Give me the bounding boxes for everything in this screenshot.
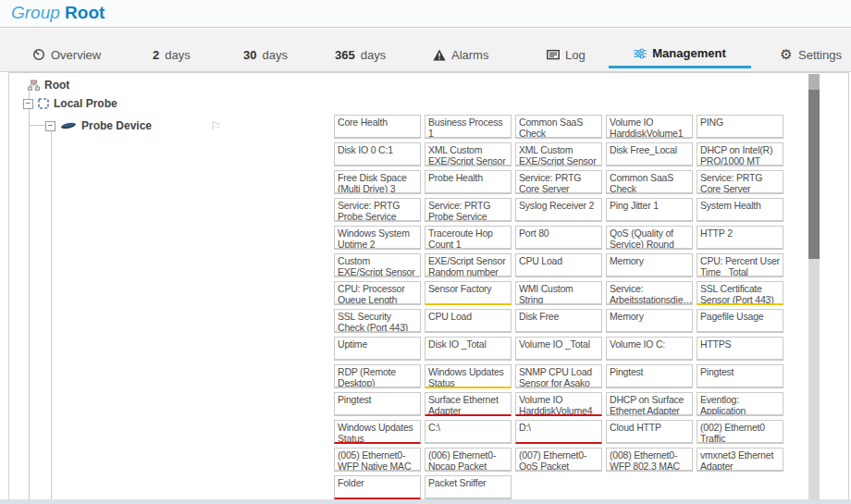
sensor-tile[interactable]: Disk IO 0 C:1 <box>334 142 421 166</box>
sensor-tile[interactable]: D:\ <box>515 420 602 444</box>
tab-label: Alarms <box>451 48 488 62</box>
sensor-tile[interactable]: Volume IO HarddiskVolume4 <box>515 392 602 416</box>
sensor-tile[interactable]: Ping Jitter 1 <box>606 198 693 222</box>
sensor-tile[interactable]: Core Health <box>334 115 421 139</box>
sensor-tile[interactable]: CPU: Percent User Time _Total <box>697 253 783 277</box>
sensor-tile[interactable]: Disk IO _Total <box>425 337 512 361</box>
sensor-tile[interactable]: Pingtest <box>606 364 693 388</box>
sensor-tile[interactable]: Uptime <box>334 337 421 361</box>
sensor-tile[interactable]: HTTPS <box>697 337 783 361</box>
sensor-tile[interactable]: CPU Load <box>425 309 512 333</box>
sensor-tile[interactable]: SSL Certificate Sensor (Port 443) <box>697 281 783 305</box>
sensor-tile[interactable]: DHCP on Intel(R) PRO/1000 MT <box>697 142 783 166</box>
sensor-tile[interactable]: Free Disk Space (Multi Drive) 3 <box>334 170 421 194</box>
sensor-tile[interactable]: SSL Security Check (Port 443) <box>334 309 421 333</box>
sensor-tile[interactable]: Common SaaS Check <box>515 115 602 139</box>
sensor-tile[interactable]: XML Custom EXE/Script Sensor <box>425 142 512 166</box>
sensor-tile[interactable]: Service: PRTG Probe Service <box>425 198 512 222</box>
tab-alarms[interactable]: Alarms <box>433 41 488 68</box>
tab-365-days[interactable]: 365days <box>335 41 386 68</box>
group-icon <box>28 80 40 92</box>
sensor-tile[interactable]: (002) Ethernet0 Traffic <box>697 420 783 444</box>
sensor-tile[interactable]: WMI Custom String <box>515 281 602 305</box>
sensor-tile[interactable]: Volume IO _Total <box>515 337 602 361</box>
tree-item-local-probe[interactable]: − Local Probe <box>23 96 117 111</box>
tab-label: Settings <box>798 48 842 62</box>
sensor-tile[interactable]: vmxnet3 Ethernet Adapter <box>697 448 783 472</box>
sensor-tile[interactable]: (006) Ethernet0-Npcap Packet <box>425 448 512 472</box>
sensor-tile[interactable]: PING <box>697 115 783 139</box>
scrollbar-thumb[interactable] <box>808 90 820 259</box>
sensor-tile[interactable]: System Health <box>697 198 783 222</box>
sensor-tile[interactable]: HTTP 2 <box>697 226 783 250</box>
sensor-tile[interactable]: Business Process 1 <box>425 115 512 139</box>
sensor-tile[interactable]: Folder <box>334 475 421 499</box>
tab-label: Management <box>652 46 725 60</box>
tree-label-local-probe[interactable]: Local Probe <box>54 97 117 110</box>
tree-item-root[interactable]: Root <box>28 78 69 92</box>
sensor-tile[interactable]: Disk Free_Local <box>606 142 693 166</box>
sensor-tile[interactable]: RDP (Remote Desktop) <box>334 364 421 388</box>
tree-item-probe-device[interactable]: − Probe Device ⚐ <box>45 118 221 133</box>
sensor-tile[interactable]: Windows Updates Status <box>425 364 512 388</box>
sensor-tile[interactable]: Service: PRTG Probe Service <box>334 198 421 222</box>
vertical-scrollbar[interactable] <box>808 74 820 502</box>
sensor-tile[interactable]: Packet Sniffer <box>425 475 512 499</box>
sensor-tile[interactable]: Cloud HTTP <box>606 420 693 444</box>
sensor-tile[interactable]: SNMP CPU Load Sensor for Asako <box>515 364 602 388</box>
sensor-tile[interactable]: CPU Load <box>515 253 602 277</box>
sensor-tile[interactable]: Custom EXE/Script Sensor 1 <box>334 253 421 277</box>
collapse-toggle-icon[interactable]: − <box>45 121 56 131</box>
sensor-tile[interactable]: Pingtest <box>697 364 783 388</box>
breadcrumb-object-name: Root <box>65 3 105 22</box>
tab-number: 365 <box>335 48 355 62</box>
sensor-tile[interactable]: XML Custom EXE/Script Sensor <box>515 142 602 166</box>
sensor-tile[interactable]: (008) Ethernet0-WFP 802.3 MAC <box>606 448 693 472</box>
tree-connector-line <box>29 125 45 126</box>
sensor-tile[interactable]: Windows System Uptime 2 <box>334 226 421 250</box>
scrollbar-track-top[interactable] <box>808 74 820 90</box>
flag-icon: ⚐ <box>210 119 221 133</box>
sensor-tile[interactable]: Surface Ethernet Adapter <box>425 392 512 416</box>
sensor-tile[interactable]: Volume IO HarddiskVolume1 <box>606 115 693 139</box>
tab-label: days <box>262 48 287 62</box>
sensor-tile[interactable]: Service: PRTG Core Server Service <box>515 170 602 194</box>
tab-30-days[interactable]: 30days <box>243 41 288 68</box>
sensor-tile[interactable]: C:\ <box>425 420 512 444</box>
tab-overview[interactable]: Overview <box>32 41 101 68</box>
sensor-tile[interactable]: Disk Free <box>515 309 602 333</box>
sensor-tile[interactable]: QoS (Quality of Service) Round Trip <box>606 226 693 250</box>
sensor-tile[interactable]: Volume IO C: <box>606 337 693 361</box>
tree-label-root[interactable]: Root <box>44 79 69 92</box>
sensor-tile[interactable]: Port 80 <box>515 226 602 250</box>
sensor-tile[interactable]: Traceroute Hop Count 1 <box>425 226 512 250</box>
sensor-tile[interactable]: Eventlog: Application <box>697 392 783 416</box>
sensor-tile[interactable]: Pingtest <box>334 392 421 416</box>
tab-settings[interactable]: ⚙Settings <box>780 41 842 68</box>
sensor-tile[interactable]: Service: Arbeitsstationsdie… <box>606 281 693 305</box>
sensor-tile[interactable]: EXE/Script Sensor Random number <box>425 253 512 277</box>
sensor-tile[interactable]: Service: PRTG Core Server Service <box>697 170 783 194</box>
tab-label: Log <box>565 48 586 62</box>
collapse-toggle-icon[interactable]: − <box>23 99 33 109</box>
sensor-tile[interactable]: (005) Ethernet0-WFP Native MAC <box>334 448 421 472</box>
log-icon <box>547 48 560 61</box>
breadcrumb-object-type: Group <box>11 3 60 22</box>
sensor-tile[interactable]: Probe Health <box>425 170 512 194</box>
sensor-tile[interactable]: CPU: Processor Queue Length <box>334 281 421 305</box>
sensor-tile[interactable]: Windows Updates Status <box>334 420 421 444</box>
tab-bar: Overview2days30days365daysAlarmsLogManag… <box>0 29 851 72</box>
sensor-tile[interactable]: DHCP on Surface Ethernet Adapter <box>606 392 693 416</box>
sensor-tile[interactable]: Memory <box>606 253 693 277</box>
tab-log[interactable]: Log <box>547 41 586 68</box>
sliders-icon <box>634 47 647 60</box>
sensor-tile[interactable]: Pagefile Usage <box>697 309 783 333</box>
sensor-tile[interactable]: Sensor Factory <box>425 281 512 305</box>
sensor-tile[interactable]: Common SaaS Check <box>606 170 693 194</box>
sensor-tile[interactable]: (007) Ethernet0-QoS Packet <box>515 448 602 472</box>
sensor-tile[interactable]: Memory <box>606 309 693 333</box>
tab-2-days[interactable]: 2days <box>153 41 191 68</box>
tree-label-probe-device[interactable]: Probe Device <box>81 119 152 132</box>
sensor-tile[interactable]: Syslog Receiver 2 <box>515 198 602 222</box>
tab-management[interactable]: Management <box>609 41 751 68</box>
